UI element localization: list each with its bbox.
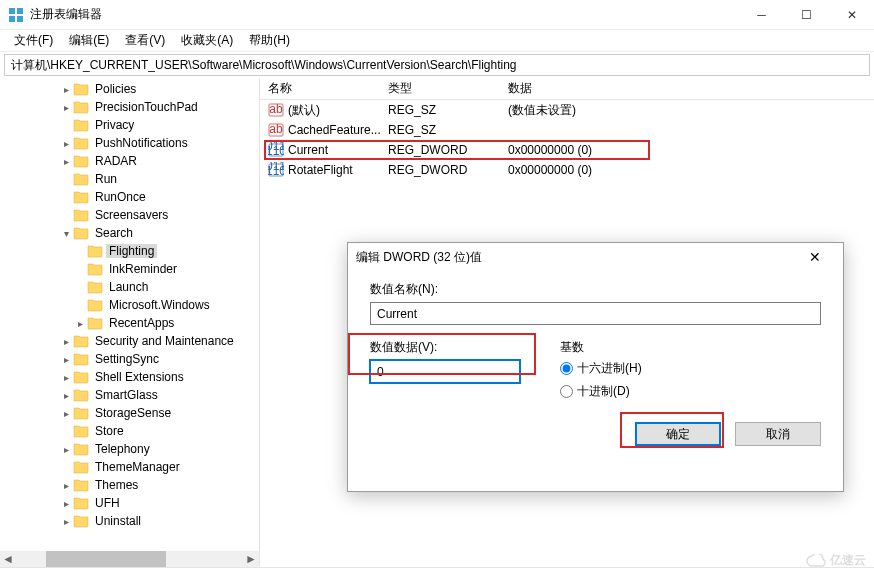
tree-node[interactable]: ▸SettingSync — [4, 350, 259, 368]
menu-view[interactable]: 查看(V) — [117, 30, 173, 51]
expand-icon[interactable]: ▸ — [60, 444, 72, 455]
statusbar — [0, 567, 874, 587]
expand-icon[interactable]: ▸ — [60, 408, 72, 419]
value-row[interactable]: abCachedFeature...REG_SZ — [260, 120, 874, 140]
tree-node[interactable]: Microsoft.Windows — [4, 296, 259, 314]
tree-label: Run — [92, 172, 120, 186]
tree-label: RecentApps — [106, 316, 177, 330]
tree-label: Store — [92, 424, 127, 438]
tree-node[interactable]: ▸SmartGlass — [4, 386, 259, 404]
expand-icon[interactable]: ▸ — [60, 138, 72, 149]
tree-label: Microsoft.Windows — [106, 298, 213, 312]
cell-name: 011110Current — [260, 141, 380, 159]
tree-node[interactable]: ▸Shell Extensions — [4, 368, 259, 386]
svg-rect-3 — [17, 16, 23, 22]
tree-label: RADAR — [92, 154, 140, 168]
value-row[interactable]: ab(默认)REG_SZ(数值未设置) — [260, 100, 874, 120]
expand-icon[interactable]: ▸ — [60, 336, 72, 347]
tree-label: Uninstall — [92, 514, 144, 528]
svg-text:110: 110 — [268, 144, 284, 158]
tree-label: ThemeManager — [92, 460, 183, 474]
close-button[interactable]: ✕ — [829, 0, 874, 30]
tree-node[interactable]: Run — [4, 170, 259, 188]
name-field[interactable] — [370, 302, 821, 325]
expand-icon[interactable]: ▸ — [60, 516, 72, 527]
dialog-title: 编辑 DWORD (32 位)值 — [356, 249, 795, 266]
expand-icon[interactable]: ▸ — [60, 102, 72, 113]
titlebar: 注册表编辑器 ─ ☐ ✕ — [0, 0, 874, 30]
expand-icon[interactable]: ▸ — [60, 498, 72, 509]
expand-icon[interactable]: ▸ — [60, 156, 72, 167]
cell-name: ab(默认) — [260, 101, 380, 120]
expand-icon[interactable]: ▾ — [60, 228, 72, 239]
expand-icon[interactable]: ▸ — [60, 84, 72, 95]
tree-node[interactable]: Privacy — [4, 116, 259, 134]
tree-node[interactable]: ▸PrecisionTouchPad — [4, 98, 259, 116]
value-row[interactable]: 011110RotateFlightREG_DWORD0x00000000 (0… — [260, 160, 874, 180]
tree-node[interactable]: ▸Security and Maintenance — [4, 332, 259, 350]
tree-node[interactable]: InkReminder — [4, 260, 259, 278]
address-bar[interactable]: 计算机\HKEY_CURRENT_USER\Software\Microsoft… — [4, 54, 870, 76]
col-type[interactable]: 类型 — [380, 77, 500, 100]
menu-file[interactable]: 文件(F) — [6, 30, 61, 51]
radio-hex-input[interactable] — [560, 362, 573, 375]
expand-icon[interactable]: ▸ — [60, 354, 72, 365]
svg-text:ab: ab — [269, 122, 283, 136]
tree-node[interactable]: RunOnce — [4, 188, 259, 206]
svg-rect-2 — [9, 16, 15, 22]
menu-edit[interactable]: 编辑(E) — [61, 30, 117, 51]
ok-button[interactable]: 确定 — [635, 422, 721, 446]
tree-node[interactable]: Screensavers — [4, 206, 259, 224]
tree-label: Shell Extensions — [92, 370, 187, 384]
tree-node[interactable]: ▸Policies — [4, 80, 259, 98]
value-row[interactable]: 011110CurrentREG_DWORD0x00000000 (0) — [260, 140, 874, 160]
dialog-close-button[interactable]: ✕ — [795, 243, 835, 271]
cell-data — [500, 129, 874, 131]
cell-type: REG_DWORD — [380, 162, 500, 178]
base-label: 基数 — [560, 339, 642, 356]
tree-node[interactable]: ▸PushNotifications — [4, 134, 259, 152]
tree-node[interactable]: Launch — [4, 278, 259, 296]
tree-label: Launch — [106, 280, 151, 294]
tree-node[interactable]: ▸UFH — [4, 494, 259, 512]
maximize-button[interactable]: ☐ — [784, 0, 829, 30]
cancel-button[interactable]: 取消 — [735, 422, 821, 446]
tree-node[interactable]: ThemeManager — [4, 458, 259, 476]
menubar: 文件(F) 编辑(E) 查看(V) 收藏夹(A) 帮助(H) — [0, 30, 874, 52]
expand-icon[interactable]: ▸ — [60, 372, 72, 383]
cell-type: REG_SZ — [380, 122, 500, 138]
tree-node[interactable]: ▸StorageSense — [4, 404, 259, 422]
menu-favorites[interactable]: 收藏夹(A) — [173, 30, 241, 51]
svg-text:ab: ab — [269, 102, 283, 116]
expand-icon[interactable]: ▸ — [60, 390, 72, 401]
expand-icon[interactable]: ▸ — [74, 318, 86, 329]
expand-icon[interactable]: ▸ — [60, 480, 72, 491]
tree-label: StorageSense — [92, 406, 174, 420]
tree-node[interactable]: ▸Themes — [4, 476, 259, 494]
data-field[interactable] — [370, 360, 520, 383]
radio-hex[interactable]: 十六进制(H) — [560, 360, 642, 377]
menu-help[interactable]: 帮助(H) — [241, 30, 298, 51]
tree-node[interactable]: ▸Uninstall — [4, 512, 259, 530]
col-data[interactable]: 数据 — [500, 77, 874, 100]
tree-node[interactable]: Store — [4, 422, 259, 440]
minimize-button[interactable]: ─ — [739, 0, 784, 30]
tree-node[interactable]: ▸Telephony — [4, 440, 259, 458]
radio-dec[interactable]: 十进制(D) — [560, 383, 642, 400]
tree-label: RunOnce — [92, 190, 149, 204]
tree-node[interactable]: ▸RADAR — [4, 152, 259, 170]
tree-node[interactable]: Flighting — [4, 242, 259, 260]
tree-node[interactable]: ▸RecentApps — [4, 314, 259, 332]
name-label: 数值名称(N): — [370, 281, 821, 298]
col-name[interactable]: 名称 — [260, 77, 380, 100]
tree-node[interactable]: ▾Search — [4, 224, 259, 242]
tree-label: Flighting — [106, 244, 157, 258]
cell-data: (数值未设置) — [500, 101, 874, 120]
cell-type: REG_DWORD — [380, 142, 500, 158]
window-title: 注册表编辑器 — [30, 6, 739, 23]
tree-hscrollbar[interactable]: ◄ ► — [0, 551, 259, 567]
tree-label: Telephony — [92, 442, 153, 456]
tree-label: PrecisionTouchPad — [92, 100, 201, 114]
cell-data: 0x00000000 (0) — [500, 162, 874, 178]
radio-dec-input[interactable] — [560, 385, 573, 398]
